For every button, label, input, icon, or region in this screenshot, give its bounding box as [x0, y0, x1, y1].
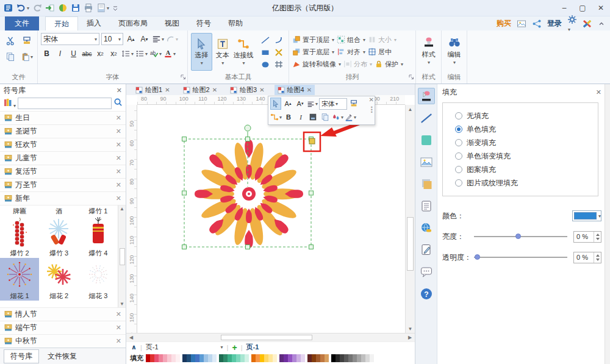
arrange-对齐[interactable]: 对齐▾: [337, 46, 365, 57]
symbol-爆竹 4[interactable]: 爆竹 4: [79, 215, 118, 258]
close-icon[interactable]: ✕: [116, 181, 121, 189]
category-复活节[interactable]: 复活节✕: [0, 165, 126, 178]
slider-thumb[interactable]: [475, 254, 480, 260]
curve-shape-button[interactable]: [273, 34, 285, 46]
rotation-handle[interactable]: [245, 125, 251, 131]
crop-shape-button[interactable]: [273, 59, 285, 71]
undo-icon[interactable]: ▾: [16, 2, 29, 13]
close-icon[interactable]: ✕: [116, 127, 121, 135]
painter-icon[interactable]: [21, 35, 33, 47]
vertical-scrollbar[interactable]: ▲ ▼: [405, 105, 415, 333]
fontcolor-button[interactable]: A▾: [163, 48, 176, 60]
menu-tab-帮助[interactable]: 帮助: [220, 16, 251, 30]
fill-option-渐变填充[interactable]: 渐变填充: [455, 136, 598, 149]
library-icon[interactable]: ▾: [3, 98, 16, 109]
palette-swatch[interactable]: [163, 354, 167, 362]
palette-swatch[interactable]: [236, 354, 240, 362]
select-tool-button[interactable]: [270, 98, 281, 110]
selection-handle[interactable]: [182, 245, 187, 249]
fill-option-单色填充[interactable]: 单色填充: [455, 123, 598, 136]
close-icon[interactable]: ✕: [117, 87, 122, 95]
transparency-value-box[interactable]: 0 %: [573, 252, 601, 263]
menu-tab-文件[interactable]: 文件: [5, 16, 39, 30]
spinner-buttons[interactable]: [594, 252, 601, 263]
arrange-旋转和镜像[interactable]: 旋转和镜像▾: [292, 59, 341, 70]
palette-swatch[interactable]: [316, 354, 320, 362]
palette-swatch[interactable]: [357, 354, 361, 362]
fill-color-button[interactable]: [307, 111, 318, 123]
subscript-button[interactable]: x2: [95, 48, 106, 60]
spin-up-icon[interactable]: [596, 234, 600, 236]
close-icon[interactable]: ✕: [596, 88, 601, 96]
fill-option-单色渐变填充[interactable]: 单色渐变填充: [455, 149, 598, 163]
palette-swatch[interactable]: [312, 354, 316, 362]
palette-swatch[interactable]: [223, 354, 228, 362]
selection-handle[interactable]: [246, 245, 250, 249]
close-icon[interactable]: ✕: [116, 194, 121, 202]
add-page-button[interactable]: +: [232, 343, 237, 352]
palette-swatch[interactable]: [167, 354, 171, 362]
brightness-value-box[interactable]: 0 %: [573, 231, 601, 243]
close-icon[interactable]: ✕: [116, 141, 121, 149]
palette-swatch[interactable]: [150, 354, 154, 362]
symbol-爆竹 2[interactable]: 爆竹 2: [0, 215, 39, 258]
search-icon[interactable]: [113, 98, 123, 109]
palette-swatch[interactable]: [232, 354, 236, 362]
pane-note-icon[interactable]: [418, 198, 435, 214]
connector-button[interactable]: ▾: [270, 111, 282, 123]
palette-swatch[interactable]: [325, 354, 329, 362]
palette-swatch[interactable]: [264, 354, 268, 362]
selection-handle[interactable]: [309, 191, 314, 195]
category-新年[interactable]: 新年✕: [0, 191, 126, 205]
menu-tab-视图[interactable]: 视图: [156, 16, 188, 30]
palette-swatch[interactable]: [336, 354, 340, 362]
symbol-爆竹 3[interactable]: 爆竹 3: [39, 215, 78, 258]
palette-swatch[interactable]: [268, 354, 273, 362]
palette-swatch[interactable]: [284, 354, 288, 362]
ellipse-shape-button[interactable]: [259, 59, 271, 71]
footer-tab-文件恢复[interactable]: 文件恢复: [41, 350, 83, 363]
palette-swatch[interactable]: [187, 354, 191, 362]
horizontal-scrollbar[interactable]: ◀ ▶: [126, 333, 415, 341]
radio-icon[interactable]: [455, 166, 462, 173]
arrange-置于顶层[interactable]: 置于顶层▾: [292, 34, 334, 45]
spin-up-icon[interactable]: [596, 254, 600, 257]
line-shape-button[interactable]: [259, 34, 271, 46]
text-arc-button[interactable]: ▾: [166, 33, 178, 45]
menu-tab-开始[interactable]: 开始: [45, 16, 78, 30]
font-family-select[interactable]: 宋体▾: [319, 98, 347, 110]
arrange-保护[interactable]: 保护▾: [375, 59, 403, 70]
palette-swatch[interactable]: [176, 354, 180, 362]
fill-option-图案填充[interactable]: 图案填充: [455, 163, 598, 176]
close-icon[interactable]: ✕: [116, 114, 121, 122]
palette-swatch[interactable]: [348, 354, 353, 362]
minimize-button[interactable]: –: [555, 1, 573, 15]
palette-swatch[interactable]: [307, 354, 312, 362]
bullets-button[interactable]: ▾: [135, 48, 148, 60]
ball-logo-icon[interactable]: [58, 2, 68, 13]
palette-swatch[interactable]: [245, 354, 249, 362]
grow-font-button[interactable]: A▴: [282, 98, 293, 110]
palette-swatch[interactable]: [288, 354, 292, 362]
palette-swatch[interactable]: [256, 354, 260, 362]
cross-shape-button[interactable]: [273, 46, 285, 59]
align-text-button[interactable]: ▾: [152, 33, 164, 45]
firework-shape[interactable]: [195, 140, 303, 248]
brightness-slider[interactable]: [474, 232, 567, 241]
palette-swatch[interactable]: [370, 354, 374, 362]
recolor-button[interactable]: ▾: [332, 111, 343, 123]
selection-handle[interactable]: [246, 137, 250, 141]
pane-picture-icon[interactable]: [418, 154, 435, 170]
canvas[interactable]: 8090100110120130140150160170180190200210…: [126, 95, 415, 333]
gear-icon[interactable]: ▾: [567, 15, 577, 33]
collapse-ribbon-icon[interactable]: [598, 20, 605, 27]
palette-swatch[interactable]: [212, 354, 217, 362]
menu-tab-插入[interactable]: 插入: [78, 16, 110, 30]
dialog-launcher-icon[interactable]: [181, 73, 186, 82]
transparency-slider[interactable]: [474, 253, 567, 262]
radio-icon[interactable]: [455, 152, 462, 160]
palette-swatch[interactable]: [182, 354, 187, 362]
shrink-font-button[interactable]: A▾: [138, 33, 150, 45]
paste-icon[interactable]: ▾: [21, 51, 33, 63]
button-样式[interactable]: 样式▾: [419, 33, 438, 68]
